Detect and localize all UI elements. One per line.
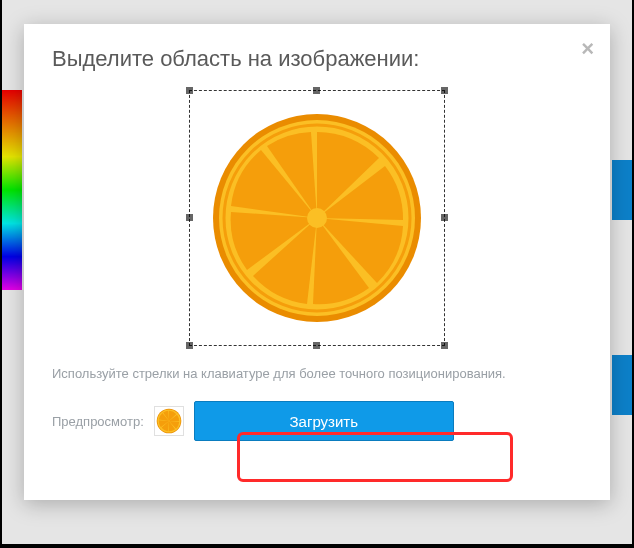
orange-slice-icon: [207, 108, 427, 328]
upload-button[interactable]: Загрузить: [194, 401, 454, 441]
hint-text: Используйте стрелки на клавиатуре для бо…: [52, 366, 582, 381]
svg-point-3: [307, 208, 327, 228]
orange-slice-icon: [156, 408, 182, 434]
modal-title: Выделите область на изображении:: [52, 46, 582, 72]
crop-handle-bottom-left[interactable]: [186, 342, 193, 349]
modal-footer: Предпросмотр: Загрузить: [52, 401, 582, 441]
preview-thumbnail: [154, 406, 184, 436]
crop-selection-area[interactable]: [189, 90, 445, 346]
crop-handle-mid-right[interactable]: [441, 214, 448, 221]
crop-handle-bottom-mid[interactable]: [313, 342, 320, 349]
crop-handle-top-right[interactable]: [441, 87, 448, 94]
crop-handle-mid-left[interactable]: [186, 214, 193, 221]
crop-handle-top-mid[interactable]: [313, 87, 320, 94]
close-button[interactable]: ×: [581, 38, 594, 60]
crop-handle-bottom-right[interactable]: [441, 342, 448, 349]
crop-modal: × Выделите область на изображении:: [24, 24, 610, 500]
crop-handle-top-left[interactable]: [186, 87, 193, 94]
preview-label: Предпросмотр:: [52, 414, 144, 429]
